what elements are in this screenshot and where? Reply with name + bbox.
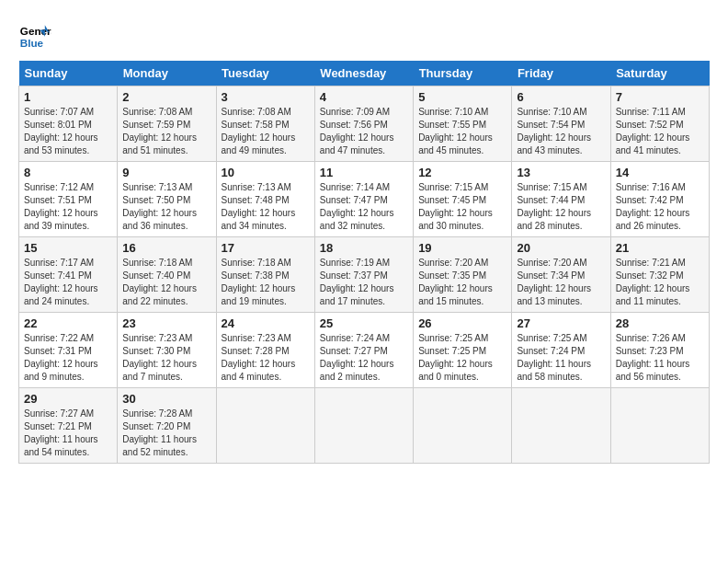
calendar-cell: 20Sunrise: 7:20 AMSunset: 7:34 PMDayligh…	[512, 237, 610, 313]
day-number: 6	[517, 90, 605, 104]
calendar-cell: 6Sunrise: 7:10 AMSunset: 7:54 PMDaylight…	[512, 86, 610, 162]
day-info: Sunrise: 7:08 AMSunset: 7:58 PMDaylight:…	[222, 106, 310, 157]
day-info: Sunrise: 7:20 AMSunset: 7:35 PMDaylight:…	[418, 257, 506, 308]
weekday-header-friday: Friday	[512, 61, 610, 86]
day-info: Sunrise: 7:16 AMSunset: 7:42 PMDaylight:…	[616, 181, 704, 233]
calendar-cell: 12Sunrise: 7:15 AMSunset: 7:45 PMDayligh…	[414, 162, 512, 237]
calendar-week-2: 8Sunrise: 7:12 AMSunset: 7:51 PMDaylight…	[19, 162, 710, 237]
svg-text:Blue: Blue	[20, 37, 44, 49]
day-number: 24	[222, 316, 310, 330]
calendar-cell: 15Sunrise: 7:17 AMSunset: 7:41 PMDayligh…	[19, 237, 118, 313]
day-info: Sunrise: 7:25 AMSunset: 7:25 PMDaylight:…	[418, 332, 506, 384]
day-number: 17	[222, 241, 310, 255]
calendar-cell: 26Sunrise: 7:25 AMSunset: 7:25 PMDayligh…	[414, 313, 512, 388]
day-info: Sunrise: 7:28 AMSunset: 7:20 PMDaylight:…	[122, 408, 210, 459]
calendar-table: SundayMondayTuesdayWednesdayThursdayFrid…	[18, 61, 710, 464]
day-info: Sunrise: 7:15 AMSunset: 7:45 PMDaylight:…	[418, 181, 506, 233]
calendar-cell: 25Sunrise: 7:24 AMSunset: 7:27 PMDayligh…	[314, 313, 413, 388]
calendar-cell	[512, 388, 610, 464]
day-number: 12	[418, 166, 506, 179]
day-info: Sunrise: 7:21 AMSunset: 7:32 PMDaylight:…	[616, 257, 704, 308]
calendar-week-1: 1Sunrise: 7:07 AMSunset: 8:01 PMDaylight…	[19, 86, 710, 162]
day-info: Sunrise: 7:27 AMSunset: 7:21 PMDaylight:…	[24, 408, 112, 459]
calendar-cell: 7Sunrise: 7:11 AMSunset: 7:52 PMDaylight…	[610, 86, 709, 162]
calendar-cell: 24Sunrise: 7:23 AMSunset: 7:28 PMDayligh…	[216, 313, 314, 388]
calendar-cell: 13Sunrise: 7:15 AMSunset: 7:44 PMDayligh…	[512, 162, 610, 237]
weekday-header-monday: Monday	[118, 61, 216, 86]
day-number: 9	[122, 166, 210, 179]
day-number: 11	[320, 166, 408, 179]
calendar-cell: 16Sunrise: 7:18 AMSunset: 7:40 PMDayligh…	[118, 237, 216, 313]
calendar-cell: 28Sunrise: 7:26 AMSunset: 7:23 PMDayligh…	[610, 313, 709, 388]
calendar-cell: 27Sunrise: 7:25 AMSunset: 7:24 PMDayligh…	[512, 313, 610, 388]
day-number: 27	[517, 316, 605, 330]
day-number: 7	[616, 90, 704, 104]
day-info: Sunrise: 7:13 AMSunset: 7:50 PMDaylight:…	[122, 181, 210, 233]
day-number: 18	[320, 241, 408, 255]
logo-icon: General Blue	[18, 18, 51, 52]
day-info: Sunrise: 7:23 AMSunset: 7:30 PMDaylight:…	[122, 332, 210, 384]
calendar-cell: 21Sunrise: 7:21 AMSunset: 7:32 PMDayligh…	[610, 237, 709, 313]
day-info: Sunrise: 7:25 AMSunset: 7:24 PMDaylight:…	[517, 332, 605, 384]
calendar-cell: 2Sunrise: 7:08 AMSunset: 7:59 PMDaylight…	[118, 86, 216, 162]
day-info: Sunrise: 7:09 AMSunset: 7:56 PMDaylight:…	[320, 106, 408, 157]
day-info: Sunrise: 7:14 AMSunset: 7:47 PMDaylight:…	[320, 181, 408, 233]
day-info: Sunrise: 7:11 AMSunset: 7:52 PMDaylight:…	[616, 106, 704, 157]
logo: General Blue	[18, 18, 51, 52]
day-number: 8	[24, 166, 112, 179]
day-info: Sunrise: 7:24 AMSunset: 7:27 PMDaylight:…	[320, 332, 408, 384]
calendar-cell: 22Sunrise: 7:22 AMSunset: 7:31 PMDayligh…	[19, 313, 118, 388]
day-number: 1	[24, 90, 112, 104]
day-info: Sunrise: 7:13 AMSunset: 7:48 PMDaylight:…	[222, 181, 310, 233]
calendar-cell: 9Sunrise: 7:13 AMSunset: 7:50 PMDaylight…	[118, 162, 216, 237]
day-number: 2	[122, 90, 210, 104]
day-info: Sunrise: 7:23 AMSunset: 7:28 PMDaylight:…	[222, 332, 310, 384]
day-number: 21	[616, 241, 704, 255]
day-number: 25	[320, 316, 408, 330]
calendar-cell	[610, 388, 709, 464]
day-info: Sunrise: 7:07 AMSunset: 8:01 PMDaylight:…	[24, 106, 112, 157]
calendar-cell	[314, 388, 413, 464]
day-number: 3	[222, 90, 310, 104]
day-number: 28	[616, 316, 704, 330]
day-info: Sunrise: 7:26 AMSunset: 7:23 PMDaylight:…	[616, 332, 704, 384]
day-number: 23	[122, 316, 210, 330]
calendar-cell: 8Sunrise: 7:12 AMSunset: 7:51 PMDaylight…	[19, 162, 118, 237]
day-number: 13	[517, 166, 605, 179]
calendar-cell: 23Sunrise: 7:23 AMSunset: 7:30 PMDayligh…	[118, 313, 216, 388]
day-info: Sunrise: 7:20 AMSunset: 7:34 PMDaylight:…	[517, 257, 605, 308]
calendar-cell	[216, 388, 314, 464]
day-info: Sunrise: 7:08 AMSunset: 7:59 PMDaylight:…	[122, 106, 210, 157]
day-info: Sunrise: 7:17 AMSunset: 7:41 PMDaylight:…	[24, 257, 112, 308]
weekday-header-wednesday: Wednesday	[314, 61, 413, 86]
day-info: Sunrise: 7:22 AMSunset: 7:31 PMDaylight:…	[24, 332, 112, 384]
calendar-cell: 4Sunrise: 7:09 AMSunset: 7:56 PMDaylight…	[314, 86, 413, 162]
weekday-header-saturday: Saturday	[610, 61, 709, 86]
calendar-cell: 17Sunrise: 7:18 AMSunset: 7:38 PMDayligh…	[216, 237, 314, 313]
calendar-cell: 18Sunrise: 7:19 AMSunset: 7:37 PMDayligh…	[314, 237, 413, 313]
day-info: Sunrise: 7:10 AMSunset: 7:54 PMDaylight:…	[517, 106, 605, 157]
weekday-header-sunday: Sunday	[19, 61, 118, 86]
day-number: 19	[418, 241, 506, 255]
day-info: Sunrise: 7:10 AMSunset: 7:55 PMDaylight:…	[418, 106, 506, 157]
calendar-cell: 11Sunrise: 7:14 AMSunset: 7:47 PMDayligh…	[314, 162, 413, 237]
calendar-cell: 1Sunrise: 7:07 AMSunset: 8:01 PMDaylight…	[19, 86, 118, 162]
calendar-cell	[414, 388, 512, 464]
calendar-cell: 3Sunrise: 7:08 AMSunset: 7:58 PMDaylight…	[216, 86, 314, 162]
calendar-cell: 5Sunrise: 7:10 AMSunset: 7:55 PMDaylight…	[414, 86, 512, 162]
day-number: 30	[122, 392, 210, 406]
calendar-week-3: 15Sunrise: 7:17 AMSunset: 7:41 PMDayligh…	[19, 237, 710, 313]
calendar-week-4: 22Sunrise: 7:22 AMSunset: 7:31 PMDayligh…	[19, 313, 710, 388]
day-number: 20	[517, 241, 605, 255]
day-number: 10	[222, 166, 310, 179]
day-info: Sunrise: 7:15 AMSunset: 7:44 PMDaylight:…	[517, 181, 605, 233]
calendar-week-5: 29Sunrise: 7:27 AMSunset: 7:21 PMDayligh…	[19, 388, 710, 464]
calendar-cell: 30Sunrise: 7:28 AMSunset: 7:20 PMDayligh…	[118, 388, 216, 464]
day-number: 15	[24, 241, 112, 255]
calendar-cell: 10Sunrise: 7:13 AMSunset: 7:48 PMDayligh…	[216, 162, 314, 237]
day-number: 22	[24, 316, 112, 330]
day-info: Sunrise: 7:18 AMSunset: 7:40 PMDaylight:…	[122, 257, 210, 308]
day-number: 4	[320, 90, 408, 104]
day-number: 14	[616, 166, 704, 179]
weekday-header-thursday: Thursday	[414, 61, 512, 86]
